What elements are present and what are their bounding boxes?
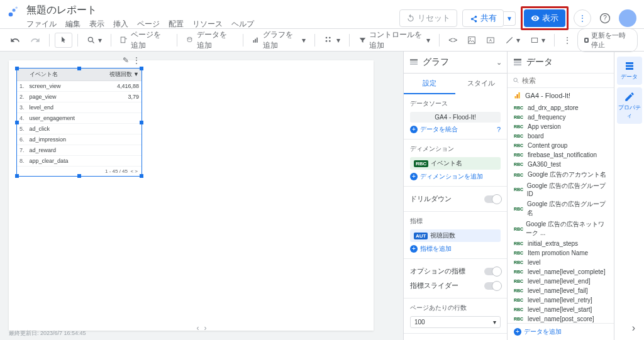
redo-button[interactable] <box>26 33 44 48</box>
next-page-icon[interactable]: › <box>204 324 207 332</box>
data-source-chip[interactable]: GA4 - Flood-It! <box>410 112 501 123</box>
reset-button[interactable]: リセット <box>399 9 457 27</box>
menu-file[interactable]: ファイル <box>26 19 57 30</box>
add-metric-link[interactable]: +指標を追加 <box>410 244 501 253</box>
metric-slider-label: 指標スライダー <box>410 281 458 290</box>
help-button[interactable]: ? <box>596 9 614 27</box>
table-row[interactable]: 3.level_end <box>17 102 142 113</box>
field-search[interactable] <box>508 74 614 88</box>
field-item[interactable]: RBClevel_name[level_start] <box>510 305 611 314</box>
rail-properties-button[interactable]: プロパティ <box>617 87 642 124</box>
menu-edit[interactable]: 編集 <box>65 19 80 30</box>
rows-per-page-select[interactable]: 100▾ <box>410 316 501 328</box>
line-button[interactable]: ▾ <box>501 33 524 47</box>
menu-view[interactable]: 表示 <box>89 19 104 30</box>
community-viz-button[interactable]: ▾ <box>320 33 344 48</box>
table-row[interactable]: 8.app_clear_data <box>17 156 142 167</box>
col-event-name[interactable]: イベント名 <box>27 69 95 81</box>
drilldown-toggle[interactable] <box>484 195 501 203</box>
svg-point-0 <box>9 13 13 17</box>
table-chart-icon <box>409 57 419 67</box>
metric-chip[interactable]: AUT視聴回数 <box>410 229 501 242</box>
share-button[interactable]: 共有 <box>462 9 504 27</box>
rail-data-button[interactable]: データ <box>617 57 642 85</box>
field-item[interactable]: RBCGoogle 広告のアカウント名 <box>510 169 611 180</box>
redo-icon <box>30 35 40 45</box>
tab-style[interactable]: スタイル <box>455 74 507 94</box>
svg-rect-7 <box>121 37 126 43</box>
chart-type-dropdown-icon[interactable]: ⌄ <box>496 58 502 67</box>
field-item[interactable]: RBClevel_name[level_complete] <box>510 267 611 277</box>
table-row[interactable]: 1.screen_view4,416,88 <box>17 81 142 92</box>
field-item[interactable]: RBClevel_name[post_score] <box>510 314 611 323</box>
pause-updates-button[interactable]: 更新を一時停止 <box>577 28 638 52</box>
expand-panel-icon[interactable]: › <box>632 322 635 334</box>
field-item[interactable]: RBCfirebase_last_notification <box>510 150 611 160</box>
widget-more-icon[interactable]: ⋮ <box>133 56 140 65</box>
field-item[interactable]: RBCGoogle 広告の広告ネットワーク ... <box>510 219 611 239</box>
field-item[interactable]: RBCItem promotion Name <box>510 248 611 258</box>
undo-button[interactable] <box>6 33 24 48</box>
data-source-item[interactable]: GA4 - Flood-It! <box>508 88 614 103</box>
svg-line-30 <box>517 81 518 82</box>
field-item[interactable]: RBCGoogle 広告の広告グループ ID <box>510 180 611 199</box>
field-item[interactable]: RBClevel <box>510 258 611 267</box>
field-item[interactable]: RBCGA360_test <box>510 160 611 169</box>
prev-page-icon[interactable]: ‹ <box>197 324 199 332</box>
image-button[interactable] <box>464 33 480 47</box>
zoom-tool[interactable]: ▾ <box>83 33 106 47</box>
search-input[interactable] <box>522 77 609 84</box>
shape-button[interactable]: ▾ <box>526 33 549 47</box>
table-row[interactable]: 5.ad_click <box>17 124 142 134</box>
url-embed-button[interactable]: <> <box>445 33 461 47</box>
share-dropdown[interactable]: ▼ <box>504 11 516 26</box>
svg-text:+: + <box>125 36 127 40</box>
field-item[interactable]: RBCboard <box>510 131 611 141</box>
field-item[interactable]: RBCContent group <box>510 141 611 150</box>
more-options-button[interactable]: ⋮ <box>574 9 591 27</box>
optional-metrics-toggle[interactable] <box>484 268 501 275</box>
field-item[interactable]: RBCad_drx_app_store <box>510 103 611 112</box>
zoom-icon <box>87 36 96 45</box>
report-page[interactable]: ✎ ⋮ イベント名 視聴回数 ▼ 1.screen_view4,416,882.… <box>9 60 374 331</box>
add-data-link[interactable]: +データを追加 <box>514 327 608 336</box>
selection-tool[interactable] <box>55 33 72 48</box>
metric-slider-toggle[interactable] <box>484 282 501 290</box>
user-avatar[interactable] <box>619 9 636 27</box>
pencil-icon <box>624 91 635 102</box>
tab-setup[interactable]: 設定 <box>404 74 455 94</box>
add-data-button[interactable]: データを追加 <box>182 27 238 53</box>
edit-icon[interactable]: ✎ <box>123 56 129 65</box>
col-views[interactable]: 視聴回数 ▼ <box>95 69 142 81</box>
add-chart-button[interactable]: グラフを追加 ▾ <box>248 27 309 53</box>
table-row[interactable]: 2.page_view3,79 <box>17 92 142 102</box>
table-row[interactable]: 4.user_engagement <box>17 113 142 124</box>
field-item[interactable]: RBCad_frequency <box>510 112 611 122</box>
view-button[interactable]: 表示 <box>524 9 565 27</box>
help-icon[interactable]: ? <box>497 126 501 133</box>
svg-rect-28 <box>514 64 521 66</box>
help-icon: ? <box>599 12 611 25</box>
table-row[interactable]: 7.ad_reward <box>17 145 142 156</box>
field-item[interactable]: RBClevel_name[level_retry] <box>510 295 611 305</box>
canvas-area[interactable]: ✎ ⋮ イベント名 視聴回数 ▼ 1.screen_view4,416,882.… <box>0 52 403 340</box>
field-item[interactable]: RBClevel_name[level_end] <box>510 277 611 286</box>
add-control-button[interactable]: コントロールを追加 ▾ <box>355 27 435 53</box>
dimension-chip[interactable]: RBCイベント名 <box>410 157 501 170</box>
more-tools-button[interactable]: ⋮ <box>560 33 575 47</box>
add-dimension-link[interactable]: +ディメンションを追加 <box>410 172 501 181</box>
text-button[interactable]: A <box>482 33 499 47</box>
field-item[interactable]: RBCinitial_extra_steps <box>510 239 611 248</box>
svg-rect-22 <box>531 38 537 42</box>
blend-data-link[interactable]: +データを統合 <box>410 125 458 134</box>
add-page-button[interactable]: +ページを追加 <box>116 27 171 53</box>
table-row[interactable]: 6.ad_impression <box>17 134 142 145</box>
field-item[interactable]: RBCApp version <box>510 122 611 131</box>
table-chart[interactable]: ✎ ⋮ イベント名 視聴回数 ▼ 1.screen_view4,416,882.… <box>16 68 142 177</box>
field-item[interactable]: RBCGoogle 広告の広告グループ名 <box>510 199 611 219</box>
document-title[interactable]: 無題のレポート <box>26 4 399 17</box>
svg-text:A: A <box>489 38 492 42</box>
field-item[interactable]: RBClevel_name[level_fail] <box>510 286 611 295</box>
svg-rect-27 <box>514 62 521 63</box>
chart-type-label[interactable]: グラフ <box>423 57 492 68</box>
